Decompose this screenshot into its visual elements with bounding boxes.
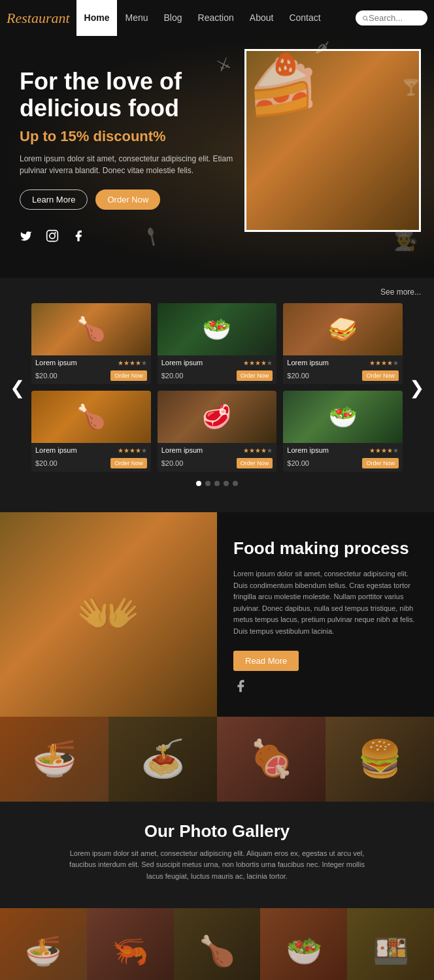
nav-item-blog[interactable]: Blog [156,0,190,36]
menu-card: 🥪 Lorem ipsum ★★★★★ $20.00 Order Now [283,303,403,384]
menu-card-image: 🥗 [283,391,403,443]
search-input[interactable] [369,13,421,23]
dot-2[interactable] [205,481,210,486]
svg-rect-2 [47,231,58,242]
facebook-icon[interactable] [72,229,85,246]
gallery-grid: 🍜 🦐 🍗 🥗 🍱 [0,908,434,980]
learn-more-button[interactable]: Learn More [20,189,88,210]
nav-links: Home Menu Blog Reaction About Contact [76,0,329,36]
menu-grid: 🍗 Lorem ipsum ★★★★★ $20.00 Order Now 🥗 L… [31,303,403,472]
svg-point-3 [50,233,55,238]
dot-4[interactable] [224,481,229,486]
menu-card-price: $20.00 [161,459,184,467]
order-button[interactable]: Order Now [237,370,273,381]
dot-5[interactable] [233,481,238,486]
hero-section: ⚔ 🥄 🍸 👨‍🍳 🌶 For the love of delicious fo… [0,36,434,278]
dot-3[interactable] [214,481,220,486]
menu-card-bottom: $20.00 Order Now [283,369,403,384]
menu-card-stars: ★★★★★ [369,359,399,367]
gallery-grid-item-4: 🥗 [260,908,347,980]
hero-food-image: 🍰 [244,49,421,232]
order-button[interactable]: Order Now [110,458,147,468]
chef-icon: 👨‍🍳 [393,229,418,252]
order-button[interactable]: Order Now [362,370,399,381]
hero-buttons: Learn More Order Now [20,189,242,210]
menu-card-name: Lorem ipsum [287,359,329,367]
order-button[interactable]: Order Now [110,370,147,381]
menu-card-name: Lorem ipsum [35,446,77,454]
order-now-button[interactable]: Order Now [95,189,160,210]
menu-card: 🍗 Lorem ipsum ★★★★★ $20.00 Order Now [31,303,151,384]
menu-card-image: 🍗 [31,391,151,443]
menu-card-name: Lorem ipsum [287,446,329,454]
nav-item-reaction[interactable]: Reaction [190,0,242,36]
order-button[interactable]: Order Now [362,458,399,468]
menu-card: 🥩 Lorem ipsum ★★★★★ $20.00 Order Now [158,391,277,472]
instagram-icon[interactable] [46,229,59,246]
prev-arrow-button[interactable]: ❮ [7,377,28,399]
menu-card-price: $20.00 [287,459,309,467]
twitter-icon[interactable] [20,229,33,246]
menu-card-stars: ★★★★★ [243,359,273,367]
read-more-button[interactable]: Read More [233,651,299,671]
cocktail-icon: 🍸 [401,78,421,97]
nav-item-contact[interactable]: Contact [281,0,328,36]
menu-card-price: $20.00 [161,372,184,380]
menu-card-stars: ★★★★★ [118,359,147,367]
gallery-grid-item-1: 🍜 [0,908,87,980]
nav-link-home[interactable]: Home [76,0,118,36]
menu-card-stars: ★★★★★ [369,447,399,454]
menu-card-image: 🍗 [31,303,151,355]
menu-card-image: 🥪 [283,303,403,355]
menu-card-info: Lorem ipsum ★★★★★ [158,443,277,457]
hero-description: Lorem ipsum dolor sit amet, consectetur … [20,153,242,176]
menu-card-info: Lorem ipsum ★★★★★ [31,443,151,457]
gallery-strip-item-1: 🍜 [0,717,108,802]
next-arrow-button[interactable]: ❯ [406,377,427,399]
nav-item-menu[interactable]: Menu [117,0,156,36]
nav-link-reaction[interactable]: Reaction [190,0,242,36]
process-facebook-icon[interactable] [233,679,418,697]
gallery-grid-item-2: 🦐 [87,908,174,980]
navbar: Restaurant Home Menu Blog Reaction About… [0,0,434,36]
process-section: 👐 Food making process Lorem ipsum dolor … [0,512,434,717]
social-icons [20,229,242,246]
menu-card-bottom: $20.00 Order Now [158,457,277,472]
gallery-strip-item-2: 🍝 [108,717,217,802]
nav-item-home[interactable]: Home [76,0,118,36]
see-more-link[interactable]: See more... [7,287,427,297]
nav-link-blog[interactable]: Blog [156,0,190,36]
svg-point-0 [363,16,367,20]
process-title: Food making process [233,538,418,559]
process-image: 👐 [0,512,217,717]
search-bar[interactable] [356,10,427,25]
menu-card-image: 🥗 [158,303,277,355]
menu-card: 🥗 Lorem ipsum ★★★★★ $20.00 Order Now [283,391,403,472]
gallery-grid-item-3: 🍗 [174,908,261,980]
menu-card-stars: ★★★★★ [243,447,273,454]
menu-card-name: Lorem ipsum [161,359,203,367]
hero-discount: Up to 15% discount% [20,128,242,145]
menu-card-name: Lorem ipsum [35,359,77,367]
brand-logo[interactable]: Restaurant [7,10,70,27]
menu-card-info: Lorem ipsum ★★★★★ [283,355,403,369]
hero-content: For the love of delicious food Up to 15%… [20,68,242,246]
menu-card: 🍗 Lorem ipsum ★★★★★ $20.00 Order Now [31,391,151,472]
menu-section: See more... ❮ 🍗 Lorem ipsum ★★★★★ $20.00… [0,278,434,499]
menu-card: 🥗 Lorem ipsum ★★★★★ $20.00 Order Now [158,303,277,384]
nav-link-menu[interactable]: Menu [117,0,156,36]
svg-line-1 [367,19,368,20]
nav-link-about[interactable]: About [242,0,282,36]
menu-card-price: $20.00 [35,372,58,380]
dot-1[interactable] [196,481,201,486]
menu-card-info: Lorem ipsum ★★★★★ [158,355,277,369]
menu-card-bottom: $20.00 Order Now [283,457,403,472]
menu-card-image: 🥩 [158,391,277,443]
search-icon [362,14,369,23]
order-button[interactable]: Order Now [237,458,273,468]
nav-link-contact[interactable]: Contact [281,0,328,36]
nav-item-about[interactable]: About [242,0,282,36]
hero-heading: For the love of delicious food [20,68,242,122]
process-description: Lorem ipsum dolor sit amet, consectetur … [233,568,418,638]
menu-card-price: $20.00 [35,459,58,467]
